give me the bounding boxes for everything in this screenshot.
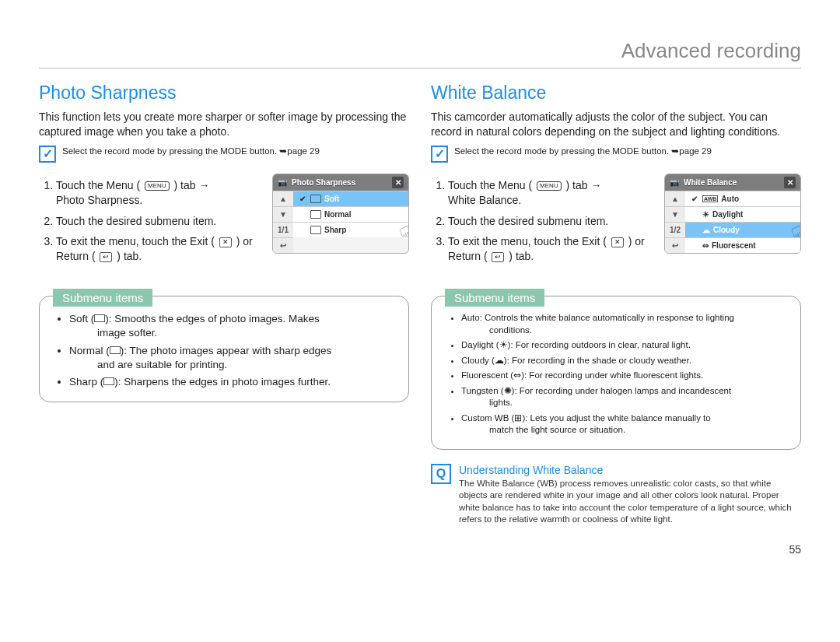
understanding-wb-note: Q Understanding White Balance The White … — [431, 464, 801, 526]
lcd-item-fluorescent[interactable]: ⇔ Fluorescent — [685, 237, 800, 253]
camera-icon: 📷 — [670, 178, 679, 187]
lcd-item-label: Daylight — [712, 210, 743, 219]
camera-icon: 📷 — [278, 178, 287, 187]
sharpness-icon — [310, 195, 321, 203]
step-2: Touch the desired submenu item. — [56, 214, 263, 229]
submenu-item: Soft (): Smooths the edges of photo imag… — [69, 312, 396, 340]
custom-wb-icon: ⊞ — [514, 413, 522, 423]
submenu-box: Soft (): Smooths the edges of photo imag… — [39, 296, 409, 402]
submenu-item: Cloudy (☁): For recording in the shade o… — [461, 355, 788, 367]
submenu-desc: For recording in the shade or cloudy wea… — [512, 356, 691, 365]
lcd-item-sharp[interactable]: Sharp — [293, 222, 408, 237]
note-title: Understanding White Balance — [459, 464, 801, 476]
page-number: 55 — [39, 543, 801, 556]
lcd-item-daylight[interactable]: ☀ Daylight — [685, 206, 800, 222]
lcd-panel-white-balance: 📷 White Balance ✕ ▲ ▼ 1/2 ↩ ✔ AWB — [664, 174, 801, 254]
heading-photo-sharpness: Photo Sharpness — [39, 82, 409, 103]
nav-down-icon[interactable]: ▼ — [665, 206, 685, 222]
submenu-box: Auto: Controls the white balance automat… — [431, 296, 801, 450]
page-indicator: 1/1 — [273, 222, 293, 237]
submenu-desc: The photo images appear with sharp edges — [130, 345, 332, 356]
submenu-item: Auto: Controls the white balance automat… — [461, 312, 788, 336]
step-1: Touch the Menu ( MENU ) tab → Photo Shar… — [56, 178, 263, 208]
step-text: Photo Sharpness. — [56, 194, 142, 206]
submenu-item: Daylight (☀): For recording outdoors in … — [461, 339, 788, 352]
steps-list: Touch the Menu ( MENU ) tab → White Bala… — [431, 178, 655, 270]
lcd-item-soft[interactable]: ✔ Soft — [293, 191, 408, 206]
submenu-desc: Sharpens the edges in photo images furth… — [124, 376, 331, 388]
exit-icon: ✕ — [219, 237, 232, 247]
lcd-item-auto[interactable]: ✔ AWB Auto — [685, 191, 800, 206]
submenu-desc: For recording outdoors in clear, natural… — [516, 340, 691, 349]
submenu-name: Daylight — [461, 340, 494, 349]
nav-up-icon[interactable]: ▲ — [665, 191, 685, 206]
submenu-item: Fluorescent (⇔): For recording under whi… — [461, 370, 788, 382]
submenu-item: Normal (): The photo images appear with … — [69, 344, 396, 372]
tip-row: ✓ Select the record mode by pressing the… — [39, 146, 409, 163]
lcd-title: Photo Sharpness — [292, 178, 387, 187]
submenu-cont: conditions. — [461, 325, 788, 337]
return-icon: ↩ — [100, 252, 112, 262]
lcd-title: White Balance — [684, 178, 779, 187]
awb-icon: AWB — [702, 195, 718, 202]
column-white-balance: White Balance This camcorder automatical… — [431, 82, 801, 526]
step-text: ) tab → — [174, 179, 210, 191]
tip-text: Select the record mode by pressing the M… — [454, 146, 712, 157]
step-3: To exit the menu, touch the Exit ( ✕ ) o… — [56, 234, 263, 264]
nav-down-icon[interactable]: ▼ — [273, 206, 293, 222]
check-icon: ✓ — [39, 146, 56, 163]
cloud-icon: ☁ — [702, 226, 710, 234]
nav-return-icon[interactable]: ↩ — [665, 237, 685, 253]
check-icon: ✔ — [690, 195, 699, 203]
submenu-cont: match the light source or situation. — [461, 424, 788, 437]
page-indicator: 1/2 — [665, 222, 685, 237]
sharpness-icon — [310, 226, 321, 234]
submenu-desc: For recording under white fluorescent li… — [529, 370, 703, 380]
submenu-item: Custom WB (⊞): Lets you adjust the white… — [461, 412, 788, 437]
submenu-desc: Smooths the edges of photo images. Makes — [114, 313, 319, 325]
sun-icon: ☀ — [499, 340, 508, 349]
tip-row: ✓ Select the record mode by pressing the… — [431, 146, 801, 163]
page-title: Advanced recording — [39, 39, 801, 68]
submenu-cont: lights. — [461, 397, 788, 409]
lcd-item-label: Sharp — [324, 226, 346, 234]
submenu-name: Soft — [69, 313, 88, 325]
bulb-icon: ✺ — [504, 386, 512, 395]
nav-up-icon[interactable]: ▲ — [273, 191, 293, 206]
submenu-name: Tungsten — [461, 386, 499, 395]
submenu-desc: For recording under halogen lamps and in… — [520, 386, 731, 395]
tip-text: Select the record mode by pressing the M… — [62, 146, 320, 157]
submenu-name: Cloudy — [461, 356, 489, 365]
submenu-cont: and are suitable for printing. — [69, 358, 396, 372]
soft-icon — [94, 314, 105, 322]
close-icon[interactable]: ✕ — [392, 177, 404, 188]
submenu-name: Fluorescent — [461, 370, 508, 380]
exit-icon: ✕ — [611, 237, 624, 247]
submenu-desc: Lets you adjust the white balance manual… — [530, 413, 711, 423]
lcd-item-cloudy[interactable]: ☁ Cloudy — [685, 222, 800, 237]
lcd-panel-photo-sharpness: 📷 Photo Sharpness ✕ ▲ ▼ 1/1 ↩ ✔ — [272, 174, 409, 254]
submenu-badge: Submenu items — [53, 289, 152, 307]
fluorescent-icon: ⇔ — [702, 241, 709, 250]
menu-pill-icon: MENU — [145, 181, 170, 191]
submenu-badge: Submenu items — [445, 289, 544, 307]
step-text: Touch the Menu ( — [448, 179, 532, 191]
submenu-name: Auto — [461, 313, 480, 322]
check-icon: ✔ — [298, 195, 307, 203]
check-icon: ✓ — [431, 146, 448, 163]
magnifier-icon: Q — [431, 464, 451, 484]
lcd-item-label: Fluorescent — [712, 241, 756, 250]
intro-photo-sharpness: This function lets you create more sharp… — [39, 110, 409, 139]
menu-pill-icon: MENU — [537, 181, 562, 191]
submenu-desc: Controls the white balance automatically… — [485, 313, 734, 322]
step-text: To exit the menu, touch the Exit ( — [56, 235, 215, 247]
step-3: To exit the menu, touch the Exit ( ✕ ) o… — [448, 234, 655, 264]
close-icon[interactable]: ✕ — [784, 177, 796, 188]
step-text: Touch the Menu ( — [56, 179, 140, 191]
step-text: ) tab → — [566, 179, 602, 191]
step-text: ) tab. — [509, 250, 534, 262]
nav-return-icon[interactable]: ↩ — [273, 237, 293, 253]
step-text: To exit the menu, touch the Exit ( — [448, 235, 607, 247]
normal-icon — [110, 346, 121, 354]
lcd-item-normal[interactable]: Normal — [293, 206, 408, 222]
